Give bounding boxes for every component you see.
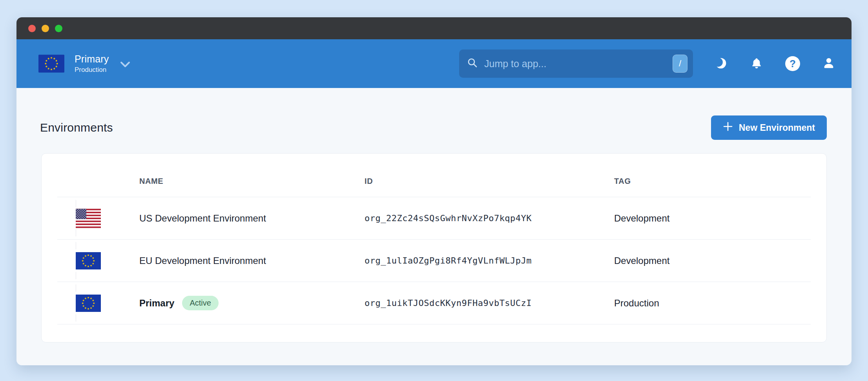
search-input[interactable] bbox=[484, 58, 666, 70]
org-switcher-labels: Primary Production bbox=[75, 53, 109, 74]
content-area: Environments New Environment NAME ID TAG bbox=[16, 88, 852, 365]
environment-name: Primary Active bbox=[139, 296, 365, 310]
help-button[interactable]: ? bbox=[785, 56, 801, 71]
table-row[interactable]: Primary Active org_1uikTJOSdcKKyn9FHa9vb… bbox=[42, 282, 826, 324]
header-icon-buttons: ? bbox=[713, 56, 837, 71]
minimize-window-button[interactable] bbox=[42, 25, 49, 32]
column-header-name: NAME bbox=[139, 177, 365, 186]
titlebar bbox=[16, 17, 852, 39]
environment-tag: Development bbox=[614, 213, 826, 224]
maximize-window-button[interactable] bbox=[55, 25, 62, 32]
eu-flag-icon bbox=[57, 242, 139, 279]
column-header-tag: TAG bbox=[614, 177, 826, 186]
eu-flag-icon bbox=[57, 285, 139, 322]
new-environment-button[interactable]: New Environment bbox=[711, 115, 827, 140]
column-header-id: ID bbox=[365, 177, 614, 186]
org-switcher[interactable]: Primary Production bbox=[38, 53, 130, 74]
chevron-down-icon bbox=[120, 61, 130, 69]
environment-name-label: Primary bbox=[139, 298, 174, 309]
window-controls bbox=[28, 25, 62, 32]
org-environment: Production bbox=[75, 66, 109, 74]
app-window: Primary Production / bbox=[16, 17, 852, 365]
environments-table: NAME ID TAG US Development Environment o… bbox=[41, 153, 827, 343]
environment-name: EU Development Environment bbox=[139, 255, 365, 266]
bell-icon bbox=[750, 57, 763, 71]
page-title: Environments bbox=[40, 121, 113, 134]
table-header-row: NAME ID TAG bbox=[42, 154, 826, 197]
environment-tag: Production bbox=[614, 298, 826, 309]
question-icon: ? bbox=[785, 56, 800, 71]
org-name: Primary bbox=[75, 53, 109, 65]
environment-tag: Development bbox=[614, 255, 826, 266]
table-row[interactable]: US Development Environment org_22Zc24sSQ… bbox=[42, 197, 826, 239]
app-header: Primary Production / bbox=[16, 39, 852, 88]
search-icon bbox=[467, 57, 478, 70]
user-menu-button[interactable] bbox=[821, 56, 837, 71]
app-search[interactable]: / bbox=[459, 49, 693, 78]
environment-id: org_1uikTJOSdcKKyn9FHa9vbTsUCzI bbox=[365, 298, 614, 308]
active-badge: Active bbox=[182, 296, 218, 310]
page-header: Environments New Environment bbox=[16, 88, 852, 140]
moon-icon bbox=[714, 57, 727, 71]
us-flag-icon bbox=[57, 200, 139, 236]
eu-flag-icon bbox=[38, 55, 64, 73]
slash-shortcut-badge: / bbox=[673, 55, 687, 73]
environment-id: org_1ulIaOZgPgi8Rf4YgVLnfWLJpJm bbox=[365, 256, 614, 266]
new-environment-label: New Environment bbox=[739, 123, 815, 133]
user-icon bbox=[822, 57, 835, 71]
environment-name: US Development Environment bbox=[139, 213, 365, 224]
notifications-button[interactable] bbox=[749, 56, 764, 71]
theme-toggle-button[interactable] bbox=[713, 56, 728, 71]
environment-id: org_22Zc24sSQsGwhrNvXzPo7kqp4YK bbox=[365, 213, 614, 223]
table-row[interactable]: EU Development Environment org_1ulIaOZgP… bbox=[42, 240, 826, 282]
plus-icon bbox=[723, 121, 733, 134]
close-window-button[interactable] bbox=[28, 25, 36, 32]
table-footer-spacer bbox=[42, 324, 826, 343]
